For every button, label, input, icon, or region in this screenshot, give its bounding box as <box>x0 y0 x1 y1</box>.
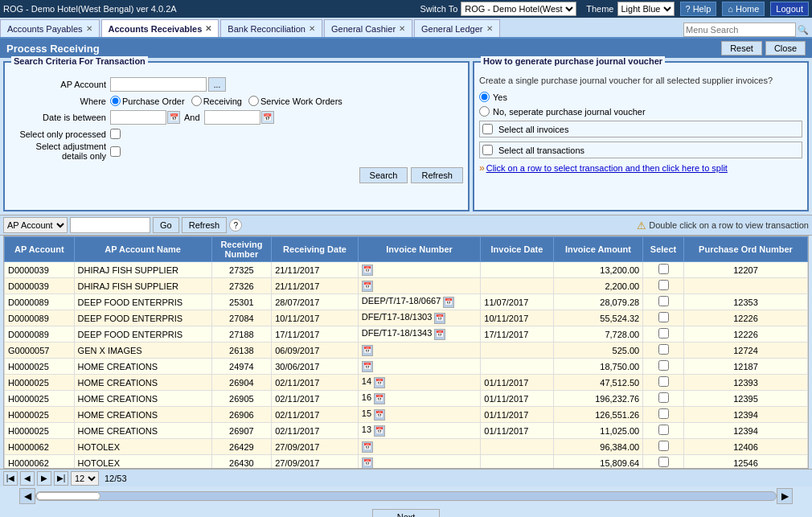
row-select-checkbox[interactable] <box>658 312 669 322</box>
select-adjustment-checkbox[interactable] <box>110 146 121 157</box>
menu-search-input[interactable] <box>683 23 796 37</box>
cell-select[interactable] <box>643 375 684 391</box>
cal-icon[interactable]: 📅 <box>443 297 454 308</box>
no-radio[interactable] <box>479 106 490 117</box>
ap-account-browse-button[interactable]: ... <box>208 77 226 92</box>
cell-select[interactable] <box>643 294 684 310</box>
scroll-left-button[interactable]: ◀ <box>19 488 35 504</box>
table-row[interactable]: H0000025 HOME CREATIONS 26904 02/11/2017… <box>5 375 808 391</box>
select-processed-checkbox[interactable] <box>110 129 121 139</box>
split-link[interactable]: Click on a row to select transaction and… <box>486 163 728 173</box>
receiving-option[interactable]: Receiving <box>191 96 242 106</box>
first-page-button[interactable]: |◀ <box>3 471 18 486</box>
logout-button[interactable]: Logout <box>770 2 809 16</box>
table-row[interactable]: D0000089 DEEP FOOD ENTERPRIS 25301 28/07… <box>5 294 808 310</box>
date-to-input[interactable] <box>204 110 260 125</box>
service-work-orders-option[interactable]: Service Work Orders <box>248 96 342 106</box>
prev-page-button[interactable]: ◀ <box>20 471 35 486</box>
tab-accounts-payables-close[interactable]: ✕ <box>86 24 92 33</box>
table-row[interactable]: G0000057 GEN X IMAGES 26138 06/09/2017 📅… <box>5 343 808 359</box>
switch-to-select[interactable]: ROG - Demo Hotel(West <box>461 2 576 16</box>
tab-accounts-receivables-close[interactable]: ✕ <box>205 24 211 33</box>
refresh-button[interactable]: Refresh <box>411 167 463 183</box>
last-page-button[interactable]: ▶| <box>54 471 68 486</box>
tab-general-ledger[interactable]: General Ledger ✕ <box>414 19 499 37</box>
cell-select[interactable] <box>643 455 684 470</box>
filter-help-button[interactable]: ? <box>229 219 242 232</box>
go-button[interactable]: Go <box>153 217 179 233</box>
home-button[interactable]: ⌂ Home <box>722 2 765 16</box>
tab-bank-reconciliation[interactable]: Bank Reconciliation ✕ <box>220 19 322 37</box>
cal-icon[interactable]: 📅 <box>362 441 373 453</box>
row-select-checkbox[interactable] <box>658 328 669 339</box>
table-row[interactable]: H0000025 HOME CREATIONS 26906 02/11/2017… <box>5 407 808 423</box>
date-from-calendar-icon[interactable]: 📅 <box>167 111 180 124</box>
scrollbar-thumb[interactable] <box>36 492 100 500</box>
cal-icon[interactable]: 📅 <box>374 409 385 421</box>
cell-select[interactable] <box>643 278 684 294</box>
search-icon[interactable]: 🔍 <box>798 25 809 35</box>
reset-button[interactable]: Reset <box>721 41 762 55</box>
filter-dropdown[interactable]: AP Account <box>3 217 68 233</box>
row-select-checkbox[interactable] <box>658 344 669 355</box>
cell-select[interactable] <box>643 423 684 439</box>
cal-icon[interactable]: 📅 <box>374 393 385 404</box>
cell-select[interactable] <box>643 439 684 455</box>
theme-select[interactable]: Light Blue <box>617 2 675 16</box>
row-select-checkbox[interactable] <box>658 425 669 435</box>
row-select-checkbox[interactable] <box>658 296 669 306</box>
tab-general-cashier[interactable]: General Cashier ✕ <box>324 19 412 37</box>
table-row[interactable]: D0000089 DEEP FOOD ENTERPRIS 27188 17/11… <box>5 326 808 343</box>
cal-icon[interactable]: 📅 <box>374 377 385 388</box>
cal-icon[interactable]: 📅 <box>362 281 373 292</box>
cal-icon[interactable]: 📅 <box>374 425 385 437</box>
cell-select[interactable] <box>643 359 684 375</box>
date-from-input[interactable] <box>110 110 166 125</box>
service-work-orders-radio[interactable] <box>248 96 259 106</box>
table-row[interactable]: D0000039 DHIRAJ FISH SUPPLIER 27325 21/1… <box>5 262 808 278</box>
row-select-checkbox[interactable] <box>658 264 669 274</box>
select-all-invoices-checkbox[interactable] <box>482 124 493 134</box>
cal-icon[interactable]: 📅 <box>362 458 373 469</box>
receiving-radio[interactable] <box>191 96 202 106</box>
filter-refresh-button[interactable]: Refresh <box>182 217 228 233</box>
cal-icon[interactable]: 📅 <box>362 345 373 356</box>
cell-select[interactable] <box>643 407 684 423</box>
cell-select[interactable] <box>643 262 684 278</box>
row-select-checkbox[interactable] <box>658 392 669 403</box>
row-select-checkbox[interactable] <box>658 457 669 467</box>
page-size-select[interactable]: 12 <box>71 471 99 486</box>
row-select-checkbox[interactable] <box>658 376 669 387</box>
next-button[interactable]: Next <box>372 509 441 517</box>
table-row[interactable]: H0000025 HOME CREATIONS 24974 30/06/2017… <box>5 359 808 375</box>
purchase-order-option[interactable]: Purchase Order <box>110 96 185 106</box>
date-to-calendar-icon[interactable]: 📅 <box>261 111 274 124</box>
row-select-checkbox[interactable] <box>658 408 669 419</box>
row-select-checkbox[interactable] <box>658 360 669 371</box>
cell-select[interactable] <box>643 343 684 359</box>
tab-general-cashier-close[interactable]: ✕ <box>399 24 405 33</box>
tab-accounts-receivables[interactable]: Accounts Receivables ✕ <box>101 19 219 37</box>
cell-select[interactable] <box>643 310 684 326</box>
yes-radio[interactable] <box>479 92 490 102</box>
filter-input[interactable] <box>70 217 150 233</box>
table-row[interactable]: D0000039 DHIRAJ FISH SUPPLIER 27326 21/1… <box>5 278 808 294</box>
search-button[interactable]: Search <box>359 167 408 183</box>
table-row[interactable]: H0000025 HOME CREATIONS 26905 02/11/2017… <box>5 391 808 407</box>
cal-icon[interactable]: 📅 <box>362 265 373 276</box>
cal-icon[interactable]: 📅 <box>434 313 445 324</box>
purchase-order-radio[interactable] <box>110 96 121 106</box>
select-all-transactions-checkbox[interactable] <box>482 145 493 155</box>
tab-bank-reconciliation-close[interactable]: ✕ <box>309 24 315 33</box>
ap-account-input[interactable] <box>110 77 207 92</box>
scroll-right-button[interactable]: ▶ <box>777 488 793 504</box>
table-row[interactable]: H0000062 HOTOLEX 26429 27/09/2017 📅 96,3… <box>5 439 808 455</box>
table-row[interactable]: D0000089 DEEP FOOD ENTERPRIS 27084 10/11… <box>5 310 808 326</box>
cell-select[interactable] <box>643 326 684 343</box>
tab-accounts-payables[interactable]: Accounts Payables ✕ <box>0 19 100 37</box>
cal-icon[interactable]: 📅 <box>434 329 445 340</box>
cal-icon[interactable]: 📅 <box>362 361 373 372</box>
row-select-checkbox[interactable] <box>658 280 669 290</box>
cell-select[interactable] <box>643 391 684 407</box>
table-row[interactable]: H0000062 HOTOLEX 26430 27/09/2017 📅 15,8… <box>5 455 808 470</box>
